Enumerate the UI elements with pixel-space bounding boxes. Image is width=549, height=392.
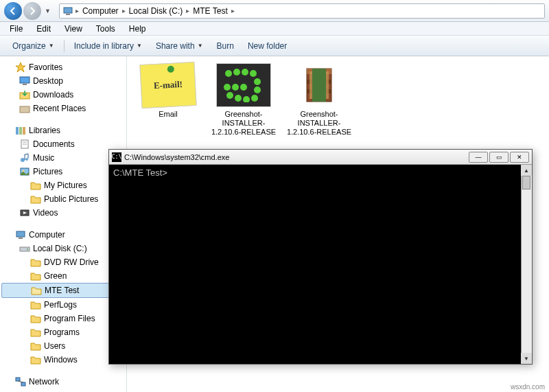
nav-group-libraries: Libraries Documents Music Pictures My Pi… [0,124,126,220]
nav-item-programs[interactable]: Programs [0,325,126,339]
computer-icon [15,229,26,240]
svg-rect-9 [23,127,25,135]
burn-button[interactable]: Burn [210,39,241,53]
cmd-prompt: C:\MTE Test> [113,168,167,178]
menu-edit[interactable]: Edit [30,23,58,35]
cmd-icon: C:\ [112,152,121,162]
new-folder-button[interactable]: New folder [241,39,294,53]
menu-help[interactable]: Help [122,23,153,35]
svg-rect-1 [66,14,70,15]
chevron-right-icon: ▸ [121,7,126,14]
folder-icon [30,194,41,205]
chevron-down-icon: ▼ [49,43,54,49]
nav-item-videos[interactable]: Videos [0,206,126,220]
nav-item-label: Programs [44,327,80,337]
svg-point-27 [233,69,240,76]
nav-item-local-disk[interactable]: Local Disk (C:) [0,242,126,255]
breadcrumb-item[interactable]: Computer [80,6,121,16]
nav-history-dropdown[interactable]: ▼ [45,8,51,14]
nav-item-downloads[interactable]: Downloads [0,88,126,102]
svg-point-32 [251,95,258,102]
toolbar: Organize▼ Include in library▼ Share with… [0,36,549,56]
svg-rect-24 [21,382,25,386]
nav-group-network: Network [0,375,126,389]
menubar: File Edit View Tools Help [0,22,549,36]
cmd-titlebar[interactable]: C:\ C:\Windows\system32\cmd.exe — ▭ ✕ [109,150,532,165]
nav-label: Network [29,377,59,387]
scroll-up-icon[interactable]: ▲ [521,165,532,176]
file-name: Email [134,110,202,119]
file-thumb [216,63,271,107]
nav-item-label: PerfLogs [44,300,77,310]
organize-button[interactable]: Organize▼ [5,39,61,53]
libraries-icon [15,125,26,136]
nav-item-label: Local Disk (C:) [33,244,87,253]
nav-item-documents[interactable]: Documents [0,137,126,151]
svg-rect-23 [16,378,20,381]
file-item-greenshot-exe[interactable]: Greenshot-INSTALLER-1.2.10.6-RELEASE [209,63,278,137]
nav-item-program-files[interactable]: Program Files [0,312,126,325]
nav-item-windows[interactable]: Windows [0,353,126,367]
nav-item-recent-places[interactable]: Recent Places [0,102,126,115]
music-icon [19,152,30,163]
nav-item-desktop[interactable]: Desktop [0,74,126,88]
nav-group-computer: Computer Local Disk (C:) DVD RW Drive Gr… [0,228,126,367]
nav-header-computer[interactable]: Computer [0,228,126,242]
svg-point-14 [25,158,28,161]
nav-item-label: My Pictures [44,181,87,190]
nav-label: Computer [29,230,65,240]
nav-item-my-pictures[interactable]: My Pictures [0,178,126,192]
close-button[interactable]: ✕ [510,152,529,163]
folder-icon [30,270,41,281]
svg-rect-19 [16,231,25,237]
minimize-button[interactable]: — [469,152,488,163]
breadcrumb[interactable]: ▸ Computer ▸ Local Disk (C:) ▸ MTE Test … [59,3,545,19]
svg-rect-7 [16,127,19,135]
nav-label: Libraries [29,126,60,135]
menu-view[interactable]: View [58,23,89,35]
network-icon [15,376,26,387]
maximize-button[interactable]: ▭ [489,152,509,163]
chevron-down-icon: ▼ [198,43,203,49]
scrollbar[interactable]: ▲ ▼ [521,165,532,364]
svg-rect-4 [23,84,27,85]
folder-icon [30,341,41,351]
file-item-email[interactable]: E-mail! Email [134,63,202,119]
nav-item-label: Desktop [33,76,63,86]
nav-item-pictures[interactable]: Pictures [0,165,126,178]
nav-item-label: Users [44,341,65,351]
scroll-thumb[interactable] [522,176,530,189]
menu-file[interactable]: File [3,23,30,35]
svg-rect-6 [20,106,30,113]
nav-forward-button[interactable] [23,2,41,20]
nav-item-public-pictures[interactable]: Public Pictures [0,192,126,206]
menu-tools[interactable]: Tools [89,23,122,35]
chevron-down-icon: ▼ [137,43,142,49]
share-with-button[interactable]: Share with▼ [149,39,210,53]
include-in-library-button[interactable]: Include in library▼ [67,39,149,53]
cmd-title-text: C:\Windows\system32\cmd.exe [124,153,467,161]
folder-open-icon [31,285,42,296]
file-item-greenshot-rar[interactable]: Greenshot-INSTALLER-1.2.10.6-RELEASE [285,63,353,137]
nav-item-mte-test[interactable]: MTE Test [1,283,125,298]
titlebar: ▼ ▸ Computer ▸ Local Disk (C:) ▸ MTE Tes… [0,0,549,22]
nav-item-perflogs[interactable]: PerfLogs [0,298,126,312]
nav-back-button[interactable] [4,2,22,20]
svg-point-37 [232,84,239,91]
nav-item-dvd-drive[interactable]: DVD RW Drive [0,255,126,269]
nav-item-green[interactable]: Green [0,269,126,283]
svg-rect-44 [312,69,326,102]
file-thumb: E-mail! [139,62,196,108]
nav-item-users[interactable]: Users [0,339,126,353]
computer-icon [62,5,73,16]
scroll-down-icon[interactable]: ▼ [521,353,532,364]
breadcrumb-item[interactable]: MTE Test [190,6,230,16]
nav-header-favorites[interactable]: Favorites [0,60,126,74]
nav-header-libraries[interactable]: Libraries [0,124,126,137]
nav-item-music[interactable]: Music [0,151,126,165]
svg-point-31 [254,87,261,93]
cmd-body[interactable]: C:\MTE Test> ▲ ▼ [109,165,532,364]
cmd-window[interactable]: C:\ C:\Windows\system32\cmd.exe — ▭ ✕ C:… [108,149,533,365]
nav-header-network[interactable]: Network [0,375,126,389]
breadcrumb-item[interactable]: Local Disk (C:) [126,6,186,16]
